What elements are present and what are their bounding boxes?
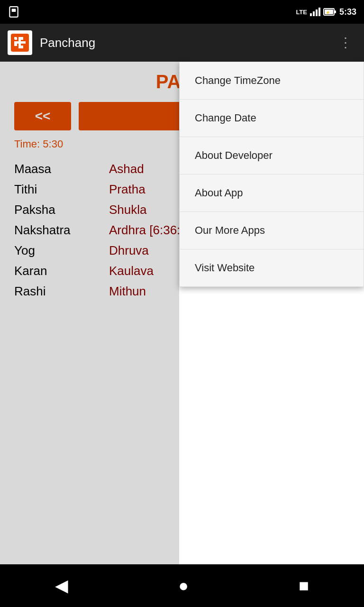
svg-rect-22: [15, 37, 17, 40]
svg-rect-21: [21, 46, 23, 48]
menu-item-about-app[interactable]: About App: [180, 175, 364, 212]
dropdown-menu: Change TimeZoneChange DateAbout Develope…: [179, 62, 364, 287]
lte-indicator: LTE: [296, 9, 307, 16]
status-bar-left: [8, 0, 20, 24]
svg-rect-20: [15, 44, 17, 46]
app-title: Panchang: [40, 36, 335, 50]
svg-rect-19: [21, 37, 23, 40]
svg-rect-2: [310, 13, 312, 16]
back-button[interactable]: ◀: [55, 576, 68, 596]
status-bar: LTE ⚡ 5:33: [0, 0, 364, 24]
status-time: 5:33: [339, 7, 356, 17]
svg-rect-3: [313, 11, 315, 16]
svg-rect-4: [316, 9, 318, 16]
svg-rect-7: [335, 10, 336, 13]
svg-rect-5: [318, 8, 320, 16]
svg-rect-18: [19, 37, 21, 48]
menu-item-change-timezone[interactable]: Change TimeZone: [180, 62, 364, 100]
bottom-nav: ◀ ● ■: [0, 564, 364, 607]
dim-overlay: [0, 62, 179, 564]
app-icon: [8, 30, 32, 55]
overflow-menu-button[interactable]: ⋮: [335, 32, 356, 53]
menu-item-about-developer[interactable]: About Developer: [180, 137, 364, 175]
recents-button[interactable]: ■: [299, 576, 309, 596]
svg-rect-1: [12, 9, 16, 12]
menu-item-change-date[interactable]: Change Date: [180, 100, 364, 137]
menu-item-visit-website[interactable]: Visit Website: [180, 249, 364, 286]
svg-text:⚡: ⚡: [326, 10, 330, 15]
status-icons: LTE ⚡ 5:33: [296, 7, 356, 17]
menu-item-our-more-apps[interactable]: Our More Apps: [180, 212, 364, 249]
top-bar: Panchang ⋮: [0, 24, 364, 62]
home-button[interactable]: ●: [178, 576, 189, 596]
